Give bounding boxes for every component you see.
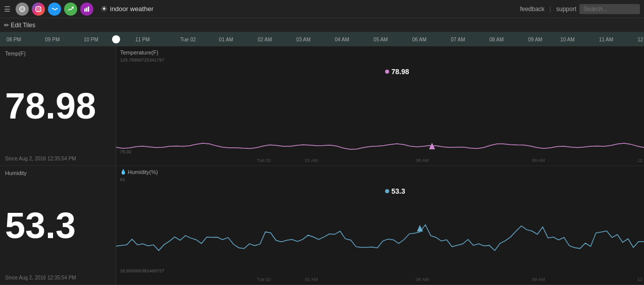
charts-panel: Temperature(F) 125.79999725341797 78.98 … bbox=[116, 46, 644, 285]
temp-tooltip-dot bbox=[385, 70, 389, 74]
main-content: Temp(F) 78.98 Since Aug 2, 2016 12:35:54… bbox=[0, 46, 644, 285]
timeline-label: 11 PM bbox=[135, 36, 150, 42]
timeline-label: 06 AM bbox=[412, 36, 426, 42]
humidity-y-min: 26.600000381469727 bbox=[120, 268, 165, 273]
timeline-label: 04 AM bbox=[335, 36, 349, 42]
temp-chart-title-text: Temperature(F) bbox=[120, 49, 158, 55]
timeline-label: 08 AM bbox=[490, 36, 504, 42]
app-title: ☀ indoor weather bbox=[100, 4, 153, 14]
app-title-text: indoor weather bbox=[110, 5, 153, 13]
temp-since: Since Aug 2, 2016 12:35:54 PM bbox=[5, 156, 111, 161]
humidity-x-label-0: Tue 02 bbox=[257, 277, 271, 282]
hamburger-icon[interactable]: ☰ bbox=[4, 5, 11, 13]
humidity-chart-title: 💧 Humidity(%) bbox=[120, 169, 158, 175]
humidity-tile: Humidity 53.3 Since Aug 2, 2016 12:35:54… bbox=[0, 166, 116, 286]
timeline-label: 12 PM bbox=[637, 36, 644, 42]
timeline-label: 05 AM bbox=[373, 36, 388, 42]
timeline[interactable]: 08 PM09 PM10 PM11 PMTue 0201 AM02 AM03 A… bbox=[0, 32, 644, 46]
temp-tooltip-value: 78.98 bbox=[391, 68, 409, 76]
feedback-link[interactable]: feedback bbox=[520, 6, 545, 13]
temp-x-label-4: 12 PM bbox=[637, 158, 644, 163]
humidity-x-label-2: 06 AM bbox=[416, 277, 429, 282]
temp-tile: Temp(F) 78.98 Since Aug 2, 2016 12:35:54… bbox=[0, 46, 116, 166]
temp-label: Temp(F) bbox=[5, 50, 111, 56]
humidity-y-max: 61 bbox=[120, 177, 125, 182]
nav-icon-instagram[interactable] bbox=[32, 3, 45, 16]
nav-icon-trend[interactable] bbox=[64, 3, 77, 16]
timeline-label: 10 AM bbox=[560, 36, 574, 42]
humidity-tooltip: 53.3 bbox=[385, 187, 405, 195]
timeline-cursor[interactable] bbox=[112, 35, 120, 43]
temp-x-label-0: Tue 02 bbox=[257, 158, 271, 163]
humidity-x-label-1: 01 AM bbox=[305, 277, 318, 282]
temp-value: 78.98 bbox=[5, 88, 111, 124]
timeline-label: 01 AM bbox=[219, 36, 233, 42]
humidity-marker bbox=[417, 225, 423, 232]
svg-point-4 bbox=[40, 7, 41, 8]
humidity-chart: 💧 Humidity(%) 61 53.3 26.600000381469727… bbox=[116, 166, 644, 286]
timeline-label: 11 AM bbox=[599, 36, 613, 42]
timeline-label: 07 AM bbox=[451, 36, 465, 42]
svg-point-0 bbox=[20, 7, 25, 12]
top-nav: ☰ ☀ indoor weather feedback | support bbox=[0, 0, 644, 18]
timeline-label: 08 PM bbox=[7, 36, 21, 42]
weather-icon: ☀ bbox=[100, 4, 108, 14]
temp-x-label-2: 06 AM bbox=[416, 158, 429, 163]
nav-icon-bar[interactable] bbox=[80, 3, 93, 16]
svg-point-1 bbox=[21, 8, 24, 10]
nav-icon-wave[interactable] bbox=[48, 3, 61, 16]
edit-tiles-button[interactable]: ✏ Edit Tiles bbox=[4, 22, 35, 29]
humidity-label: Humidity bbox=[5, 170, 111, 176]
humidity-tooltip-value: 53.3 bbox=[391, 187, 405, 195]
temp-y-min: 75.92 bbox=[120, 149, 132, 154]
timeline-label: 02 AM bbox=[257, 36, 272, 42]
temp-x-label-1: 01 AM bbox=[305, 158, 318, 163]
temp-tooltip: 78.98 bbox=[385, 68, 409, 76]
temp-x-label-3: 09 AM bbox=[532, 158, 545, 163]
temp-chart: Temperature(F) 125.79999725341797 78.98 … bbox=[116, 46, 644, 166]
humidity-value: 53.3 bbox=[5, 207, 111, 244]
timeline-label: Tue 02 bbox=[180, 36, 196, 42]
humidity-x-label-3: 09 AM bbox=[532, 277, 545, 282]
humidity-chart-title-text: Humidity(%) bbox=[128, 169, 158, 175]
timeline-label: 03 AM bbox=[296, 36, 310, 42]
humidity-x-label-4: 12 PM bbox=[637, 277, 644, 282]
nav-search-input[interactable] bbox=[579, 4, 640, 14]
support-link[interactable]: support bbox=[556, 6, 576, 13]
left-panel: Temp(F) 78.98 Since Aug 2, 2016 12:35:54… bbox=[0, 46, 116, 285]
timeline-label: 10 PM bbox=[84, 36, 98, 42]
nav-icon-spiral[interactable] bbox=[16, 3, 29, 16]
humidity-x-labels: Tue 02 01 AM 06 AM 09 AM 12 PM bbox=[116, 274, 644, 284]
humidity-tooltip-dot bbox=[385, 189, 389, 193]
temp-y-max: 125.79999725341797 bbox=[120, 58, 165, 63]
humidity-since: Since Aug 2, 2016 12:35:54 PM bbox=[5, 275, 111, 280]
timeline-label: 09 PM bbox=[45, 36, 60, 42]
svg-rect-5 bbox=[84, 9, 86, 12]
svg-rect-7 bbox=[88, 7, 89, 12]
temp-chart-title: Temperature(F) bbox=[120, 49, 158, 55]
svg-rect-6 bbox=[86, 8, 88, 12]
timeline-label: 09 AM bbox=[528, 36, 542, 42]
temp-x-labels: Tue 02 01 AM 06 AM 09 AM 12 PM bbox=[116, 155, 644, 165]
svg-point-3 bbox=[37, 8, 40, 10]
humidity-icon: 💧 bbox=[120, 169, 126, 175]
edit-tiles-bar: ✏ Edit Tiles bbox=[0, 18, 39, 32]
